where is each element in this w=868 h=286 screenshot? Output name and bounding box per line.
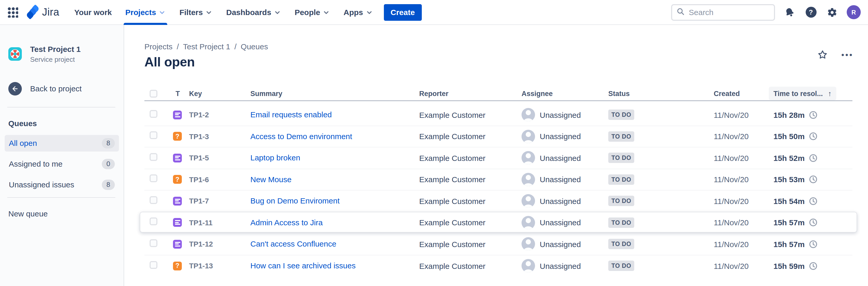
breadcrumb-link-test-project-1[interactable]: Test Project 1 bbox=[183, 42, 230, 51]
reporter-name: Example Customer bbox=[419, 132, 522, 141]
issue-key: TP1-6 bbox=[189, 176, 250, 184]
help-button[interactable]: ? bbox=[804, 5, 817, 19]
queue-count-badge: 8 bbox=[102, 180, 115, 190]
page-actions: ••• bbox=[817, 49, 854, 60]
issue-summary-link[interactable]: New Mouse bbox=[250, 175, 291, 184]
status-badge[interactable]: TO DO bbox=[608, 196, 634, 206]
table-row[interactable]: TP1-12 Can't access Confluence Example C… bbox=[145, 233, 852, 255]
issue-summary-link[interactable]: Access to Demo environment bbox=[250, 132, 352, 141]
settings-button[interactable] bbox=[826, 5, 839, 19]
issue-summary-link[interactable]: Email requests enabled bbox=[250, 110, 332, 119]
user-avatar[interactable]: R bbox=[847, 5, 861, 19]
created-date: 11/Nov/20 bbox=[714, 154, 773, 162]
more-actions-button[interactable]: ••• bbox=[841, 50, 854, 59]
time-to-resolution: 15h 59m bbox=[773, 262, 805, 271]
nav-item-dashboards[interactable]: Dashboards bbox=[219, 0, 288, 25]
back-arrow-icon bbox=[8, 82, 22, 96]
table-row[interactable]: ? TP1-6 New Mouse Example Customer Unass… bbox=[145, 169, 852, 190]
star-icon bbox=[817, 49, 828, 60]
status-badge[interactable]: TO DO bbox=[608, 110, 634, 120]
status-badge[interactable]: TO DO bbox=[608, 261, 634, 271]
sidebar-divider bbox=[7, 107, 115, 107]
row-checkbox[interactable] bbox=[150, 110, 157, 118]
breadcrumb-separator: / bbox=[234, 42, 236, 51]
col-status[interactable]: Status bbox=[608, 90, 714, 97]
table-row[interactable]: ? TP1-13 How can I see archived issues E… bbox=[145, 255, 852, 277]
queue-item-all-open[interactable]: All open8 bbox=[5, 135, 119, 152]
queue-item-assigned-to-me[interactable]: Assigned to me0 bbox=[5, 156, 119, 172]
issue-summary-link[interactable]: Laptop broken bbox=[250, 153, 300, 162]
nav-item-filters[interactable]: Filters bbox=[173, 0, 219, 25]
chevron-down-icon bbox=[274, 8, 281, 16]
back-to-project-button[interactable]: Back to project bbox=[0, 82, 124, 96]
primary-nav-menu: Your workProjectsFiltersDashboardsPeople… bbox=[67, 0, 380, 25]
status-badge[interactable]: TO DO bbox=[608, 239, 634, 249]
row-checkbox[interactable] bbox=[150, 239, 157, 247]
col-time-to-resolution[interactable]: Time to resol... ↑ bbox=[769, 87, 836, 100]
nav-item-people[interactable]: People bbox=[288, 0, 337, 25]
queue-item-unassigned-issues[interactable]: Unassigned issues8 bbox=[5, 177, 119, 193]
nav-item-projects[interactable]: Projects bbox=[119, 0, 173, 25]
jira-logo[interactable]: Jira bbox=[26, 5, 59, 19]
breadcrumb-link-projects[interactable]: Projects bbox=[145, 42, 173, 51]
status-badge[interactable]: TO DO bbox=[608, 218, 634, 228]
status-badge[interactable]: TO DO bbox=[608, 174, 634, 185]
col-summary[interactable]: Summary bbox=[250, 90, 419, 97]
app-grid-icon bbox=[8, 7, 18, 18]
issue-summary-link[interactable]: Bug on Demo Enviroment bbox=[250, 196, 340, 205]
row-checkbox[interactable] bbox=[150, 261, 157, 269]
nav-item-your-work[interactable]: Your work bbox=[67, 0, 118, 25]
search-input[interactable] bbox=[689, 8, 770, 17]
nav-item-apps[interactable]: Apps bbox=[337, 0, 380, 25]
table-row[interactable]: TP1-5 Laptop broken Example Customer Una… bbox=[145, 148, 852, 169]
col-created[interactable]: Created bbox=[714, 90, 773, 97]
main-content: Projects/Test Project 1/Queues All open … bbox=[124, 25, 868, 286]
search-box[interactable] bbox=[671, 4, 775, 21]
queue-table: T Key Summary Reporter Assignee Status C… bbox=[145, 87, 852, 277]
row-checkbox[interactable] bbox=[150, 174, 157, 183]
assignee-name: Unassigned bbox=[540, 110, 581, 119]
assignee-name: Unassigned bbox=[540, 132, 581, 141]
issue-summary-link[interactable]: Can't access Confluence bbox=[250, 240, 336, 248]
create-button[interactable]: Create bbox=[384, 4, 422, 21]
col-key[interactable]: Key bbox=[189, 90, 250, 97]
table-row[interactable]: ? TP1-3 Access to Demo environment Examp… bbox=[145, 126, 852, 148]
status-badge[interactable]: TO DO bbox=[608, 131, 634, 142]
issue-type-icon bbox=[173, 240, 182, 249]
queue-count-badge: 0 bbox=[102, 159, 115, 169]
row-checkbox[interactable] bbox=[150, 132, 157, 139]
created-date: 11/Nov/20 bbox=[714, 240, 773, 249]
breadcrumb-link-queues[interactable]: Queues bbox=[241, 42, 268, 51]
table-row[interactable]: TP1-7 Bug on Demo Enviroment Example Cus… bbox=[145, 190, 852, 212]
time-to-resolution: 15h 57m bbox=[773, 218, 805, 227]
table-body: TP1-2 Email requests enabled Example Cus… bbox=[145, 101, 852, 277]
table-row[interactable]: TP1-2 Email requests enabled Example Cus… bbox=[145, 104, 852, 126]
time-to-resolution: 15h 57m bbox=[773, 240, 805, 249]
table-row[interactable]: TP1-11 Admin Access to Jira Example Cust… bbox=[145, 212, 852, 233]
settings-gear-icon bbox=[827, 7, 837, 18]
queue-list: All open8Assigned to me0Unassigned issue… bbox=[0, 135, 124, 193]
row-checkbox[interactable] bbox=[150, 196, 157, 204]
row-checkbox[interactable] bbox=[150, 218, 157, 225]
project-sidebar: Test Project 1 Service project Back to p… bbox=[0, 25, 124, 286]
ellipsis-icon: ••• bbox=[841, 50, 854, 59]
col-assignee[interactable]: Assignee bbox=[522, 90, 608, 97]
bell-icon bbox=[783, 6, 796, 19]
created-date: 11/Nov/20 bbox=[714, 132, 773, 141]
star-button[interactable] bbox=[817, 49, 828, 60]
issue-type-icon bbox=[173, 218, 182, 227]
new-queue-button[interactable]: New queue bbox=[0, 209, 124, 218]
status-badge[interactable]: TO DO bbox=[608, 153, 634, 163]
created-date: 11/Nov/20 bbox=[714, 262, 773, 271]
notifications-button[interactable] bbox=[783, 5, 796, 19]
col-type[interactable]: T bbox=[165, 90, 189, 97]
issue-summary-link[interactable]: How can I see archived issues bbox=[250, 261, 355, 270]
breadcrumb: Projects/Test Project 1/Queues bbox=[145, 42, 868, 51]
col-reporter[interactable]: Reporter bbox=[419, 90, 522, 97]
time-to-resolution: 15h 28m bbox=[773, 110, 805, 119]
row-checkbox[interactable] bbox=[150, 153, 157, 161]
select-all-checkbox[interactable] bbox=[150, 90, 157, 97]
time-to-resolution: 15h 50m bbox=[773, 132, 805, 141]
app-switcher-button[interactable] bbox=[7, 6, 19, 19]
issue-summary-link[interactable]: Admin Access to Jira bbox=[250, 218, 322, 227]
